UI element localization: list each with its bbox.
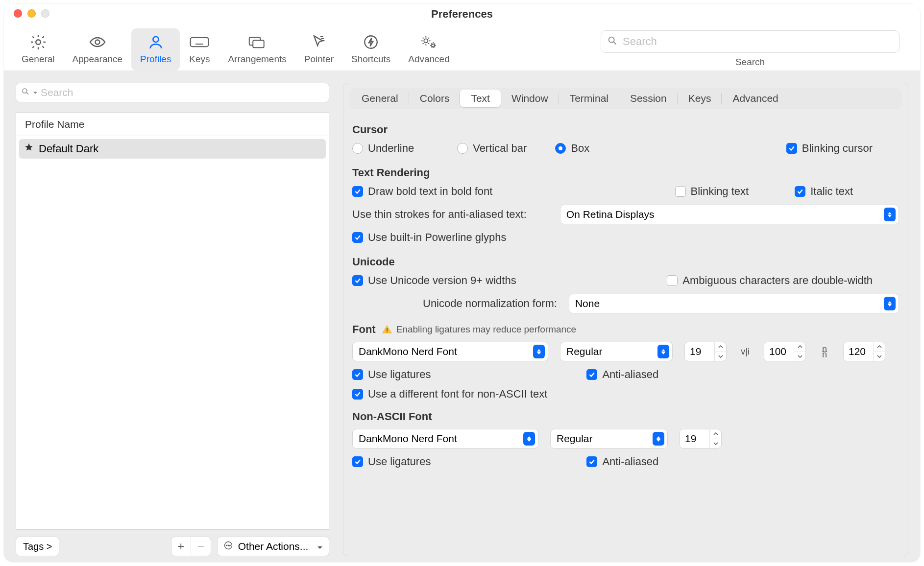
svg-point-20	[23, 89, 27, 93]
font-ligatures-checkbox[interactable]: Use ligatures	[352, 368, 431, 381]
checkbox-label: Anti-aliased	[602, 455, 658, 468]
ambiguous-width-checkbox[interactable]: Ambiguous characters are double-width	[667, 274, 873, 287]
toolbar-search-input[interactable]	[623, 35, 893, 48]
toolbar: General Appearance Profiles Keys	[4, 23, 920, 71]
subtab-advanced[interactable]: Advanced	[722, 90, 789, 107]
toolbar-arrangements[interactable]: Arrangements	[219, 28, 295, 71]
stepper-buttons[interactable]	[873, 342, 885, 361]
toolbar-label: Pointer	[304, 54, 334, 65]
profile-list-item[interactable]: Default Dark	[19, 139, 326, 159]
toolbar-profiles[interactable]: Profiles	[131, 28, 180, 71]
profile-list-items: Default Dark	[16, 136, 329, 529]
toolbar-advanced[interactable]: Advanced	[399, 28, 459, 71]
subtab-keys[interactable]: Keys	[678, 90, 722, 107]
add-profile-button[interactable]: +	[171, 537, 191, 556]
font-size-stepper[interactable]	[684, 342, 727, 361]
profile-list-header[interactable]: Profile Name	[16, 113, 329, 136]
checkbox-label: Blinking text	[691, 185, 749, 198]
section-nonascii-heading: Non-ASCII Font	[352, 410, 899, 423]
toolbar-search[interactable]	[601, 30, 900, 53]
svg-point-15	[365, 36, 377, 48]
profiles-sidebar: Profile Name Default Dark Tags > + −	[16, 83, 329, 556]
cursor-icon	[308, 32, 330, 52]
select-value: DankMono Nerd Font	[359, 346, 457, 357]
radio-label: Underline	[368, 142, 414, 155]
select-arrow-icon	[523, 432, 535, 446]
toolbar-label: Advanced	[408, 54, 450, 65]
unicode-v9-checkbox[interactable]: Use Unicode version 9+ widths	[352, 274, 516, 287]
font-family-select[interactable]: DankMono Nerd Font	[352, 342, 548, 361]
blinking-cursor-checkbox[interactable]: Blinking cursor	[786, 142, 873, 155]
nonascii-size-input[interactable]	[680, 429, 709, 448]
powerline-checkbox[interactable]: Use built-in Powerline glyphs	[352, 231, 506, 244]
checkbox-label: Use Unicode version 9+ widths	[368, 274, 516, 287]
step-up-icon[interactable]	[710, 429, 721, 439]
profile-name: Default Dark	[39, 142, 98, 155]
subtab-text[interactable]: Text	[460, 90, 501, 107]
italic-text-checkbox[interactable]: Italic text	[795, 185, 853, 198]
preferences-window: Preferences General Appearance Profiles	[4, 4, 920, 562]
checkbox-label: Use built-in Powerline glyphs	[368, 231, 506, 244]
toolbar-general[interactable]: General	[13, 28, 64, 71]
tags-button[interactable]: Tags >	[16, 537, 59, 556]
profiles-footer: Tags > + − Other Actions...	[16, 537, 329, 556]
person-icon	[145, 32, 167, 52]
stepper-buttons[interactable]	[794, 342, 805, 361]
cursor-vertical-bar-radio[interactable]: Vertical bar	[457, 142, 527, 155]
select-arrow-icon	[884, 208, 896, 221]
toolbar-appearance[interactable]: Appearance	[64, 28, 131, 71]
font-heading-text: Font	[352, 323, 376, 336]
other-actions-menu[interactable]: Other Actions...	[217, 537, 329, 556]
titlebar: Preferences	[4, 4, 920, 23]
nonascii-antialiased-checkbox[interactable]: Anti-aliased	[586, 455, 658, 468]
stepper-buttons[interactable]	[714, 342, 726, 361]
nonascii-family-select[interactable]: DankMono Nerd Font	[352, 429, 538, 448]
nonascii-weight-select[interactable]: Regular	[550, 429, 668, 448]
cursor-underline-radio[interactable]: Underline	[352, 142, 414, 155]
vspacing-input[interactable]	[844, 342, 873, 361]
toolbar-keys[interactable]: Keys	[180, 28, 219, 71]
step-up-icon[interactable]	[874, 342, 885, 352]
select-value: None	[575, 298, 600, 309]
svg-rect-11	[253, 40, 264, 47]
subtab-general[interactable]: General	[351, 90, 409, 107]
hspacing-input[interactable]	[764, 342, 794, 361]
subtab-colors[interactable]: Colors	[409, 90, 461, 107]
bold-font-checkbox[interactable]: Draw bold text in bold font	[352, 185, 492, 198]
cursor-box-radio[interactable]: Box	[555, 142, 589, 155]
thin-strokes-label: Use thin strokes for anti-aliased text:	[352, 208, 527, 221]
font-weight-select[interactable]: Regular	[560, 342, 673, 361]
step-down-icon[interactable]	[874, 352, 885, 361]
subtab-terminal[interactable]: Terminal	[559, 90, 619, 107]
nonascii-ligatures-checkbox[interactable]: Use ligatures	[352, 455, 431, 468]
profile-search-input[interactable]	[41, 87, 324, 98]
profile-subtabs: General Colors Text Window Terminal Sess…	[349, 88, 902, 109]
font-size-input[interactable]	[685, 342, 714, 361]
warning-text: Enabling ligatures may reduce performanc…	[396, 324, 577, 335]
toolbar-pointer[interactable]: Pointer	[295, 28, 342, 71]
stepper-buttons[interactable]	[709, 429, 721, 448]
unicode-norm-select[interactable]: None	[569, 294, 899, 313]
different-nonascii-checkbox[interactable]: Use a different font for non-ASCII text	[352, 388, 547, 401]
step-up-icon[interactable]	[715, 342, 726, 352]
remove-profile-button[interactable]: −	[191, 537, 211, 556]
font-antialiased-checkbox[interactable]: Anti-aliased	[586, 368, 658, 381]
blinking-text-checkbox[interactable]: Blinking text	[675, 185, 749, 198]
step-down-icon[interactable]	[794, 352, 805, 361]
vspacing-stepper[interactable]	[843, 342, 885, 361]
step-up-icon[interactable]	[794, 342, 805, 352]
select-arrow-icon	[884, 297, 896, 310]
toolbar-shortcuts[interactable]: Shortcuts	[342, 28, 399, 71]
step-down-icon[interactable]	[715, 352, 726, 361]
profile-search[interactable]	[16, 83, 329, 102]
hspacing-stepper[interactable]	[764, 342, 806, 361]
step-down-icon[interactable]	[710, 439, 721, 448]
subtab-session[interactable]: Session	[619, 90, 678, 107]
checkbox-label: Use ligatures	[368, 368, 431, 381]
chevron-down-icon	[33, 88, 38, 97]
subtab-window[interactable]: Window	[501, 90, 559, 107]
svg-rect-27	[387, 331, 388, 332]
toolbar-label: General	[22, 54, 55, 65]
thin-strokes-select[interactable]: On Retina Displays	[560, 205, 899, 224]
nonascii-size-stepper[interactable]	[680, 429, 722, 448]
